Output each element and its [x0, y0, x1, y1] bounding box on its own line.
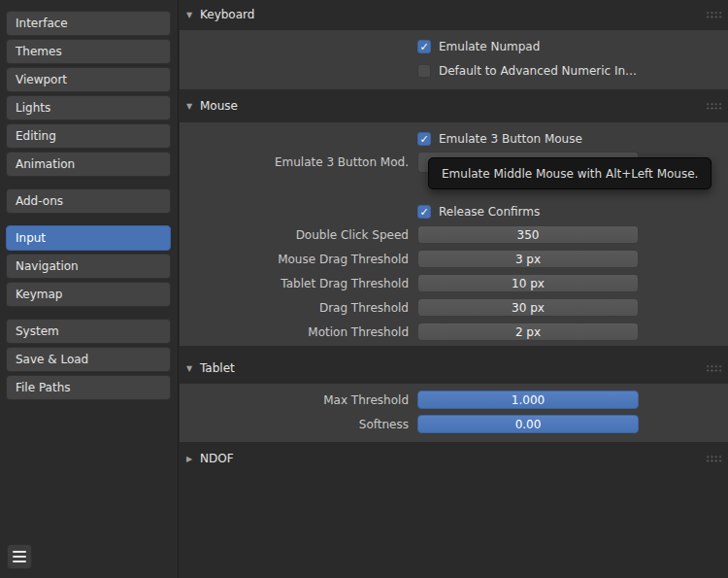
double-click-speed-row: Double Click Speed 350 — [180, 225, 728, 244]
tablet-drag-threshold-row: Tablet Drag Threshold 10 px — [180, 274, 728, 292]
panel-grip-icon[interactable] — [706, 455, 723, 462]
checkbox-label: Default to Advanced Numeric In… — [439, 64, 637, 78]
emulate-3-button-checkbox[interactable]: ✓ — [417, 132, 431, 146]
field-label: Double Click Speed — [180, 228, 409, 242]
section-header-ndof[interactable]: ▶ NDOF — [180, 449, 728, 468]
mouse-drag-threshold-field[interactable]: 3 px — [417, 250, 639, 268]
section-title: Tablet — [200, 361, 235, 375]
field-label: Softness — [180, 418, 409, 431]
sidebar-group-system: System Save & Load File Paths — [0, 319, 178, 400]
checkbox-label: Emulate 3 Button Mouse — [439, 132, 582, 146]
max-threshold-row: Max Threshold 1.000 — [180, 391, 728, 409]
check-icon: ✓ — [419, 207, 428, 218]
panel-grip-icon[interactable] — [706, 102, 723, 110]
check-icon: ✓ — [419, 134, 428, 145]
sidebar-item-themes[interactable]: Themes — [6, 39, 171, 64]
release-confirms-row: ✓ Release Confirms — [180, 202, 728, 221]
panel-grip-icon[interactable] — [706, 11, 723, 18]
field-value: 3 px — [515, 253, 541, 266]
section-title: NDOF — [200, 452, 234, 465]
sidebar-item-input[interactable]: Input — [6, 225, 171, 251]
sidebar: Interface Themes Viewport Lights Editing… — [0, 0, 179, 578]
sidebar-item-editing[interactable]: Editing — [6, 123, 171, 149]
field-label: Max Threshold — [180, 393, 409, 407]
field-value: 30 px — [512, 301, 545, 315]
tablet-panel: Max Threshold 1.000 Softness 0.00 — [180, 384, 728, 442]
sidebar-item-system[interactable]: System — [6, 319, 171, 344]
section-title: Keyboard — [200, 8, 254, 21]
sidebar-item-keymap[interactable]: Keymap — [6, 282, 171, 307]
chevron-down-icon: ▼ — [180, 364, 199, 373]
sidebar-item-addons[interactable]: Add-ons — [6, 188, 171, 214]
sidebar-item-navigation[interactable]: Navigation — [6, 254, 171, 279]
field-label: Tablet Drag Threshold — [180, 277, 409, 290]
sidebar-group-ui: Interface Themes Viewport Lights Editing… — [0, 11, 178, 177]
sidebar-item-interface[interactable]: Interface — [6, 11, 171, 36]
motion-threshold-field[interactable]: 2 px — [417, 323, 639, 341]
checkbox-label: Emulate Numpad — [439, 40, 540, 53]
release-confirms-checkbox[interactable]: ✓ — [417, 205, 431, 219]
advanced-numeric-row: Default to Advanced Numeric In… — [180, 61, 728, 81]
menu-toggle-button[interactable] — [7, 544, 32, 569]
sidebar-group-addons: Add-ons — [0, 188, 178, 214]
sidebar-item-viewport[interactable]: Viewport — [6, 67, 171, 92]
drag-threshold-field[interactable]: 30 px — [417, 298, 639, 317]
hamburger-icon — [13, 551, 26, 553]
chevron-down-icon: ▼ — [180, 11, 199, 19]
sidebar-item-animation[interactable]: Animation — [6, 152, 171, 177]
check-icon: ✓ — [419, 42, 428, 52]
emulate-numpad-checkbox[interactable]: ✓ — [417, 40, 431, 53]
motion-threshold-row: Motion Threshold 2 px — [180, 323, 728, 341]
chevron-right-icon: ▶ — [180, 455, 199, 463]
max-threshold-slider[interactable]: 1.000 — [417, 391, 639, 409]
tooltip-text: Emulate Middle Mouse with Alt+Left Mouse… — [442, 167, 698, 181]
emulate-numpad-row: ✓ Emulate Numpad — [180, 37, 728, 56]
tooltip: Emulate Middle Mouse with Alt+Left Mouse… — [428, 157, 711, 189]
sidebar-item-file-paths[interactable]: File Paths — [6, 375, 171, 400]
softness-slider[interactable]: 0.00 — [417, 415, 639, 433]
softness-row: Softness 0.00 — [180, 415, 728, 433]
emulate-3-button-row: ✓ Emulate 3 Button Mouse — [180, 129, 728, 149]
panel-grip-icon[interactable] — [706, 364, 723, 372]
keyboard-panel: ✓ Emulate Numpad Default to Advanced Num… — [180, 30, 728, 89]
drag-threshold-row: Drag Threshold 30 px — [180, 298, 728, 317]
mouse-drag-threshold-row: Mouse Drag Threshold 3 px — [180, 250, 728, 268]
advanced-numeric-checkbox[interactable] — [417, 64, 431, 78]
slider-value: 0.00 — [515, 418, 542, 431]
section-title: Mouse — [200, 99, 238, 113]
field-label: Emulate 3 Button Mod. — [180, 155, 409, 169]
field-label: Motion Threshold — [180, 325, 409, 339]
preferences-window: Interface Themes Viewport Lights Editing… — [0, 0, 728, 578]
sidebar-item-save-load[interactable]: Save & Load — [6, 347, 171, 372]
section-header-tablet[interactable]: ▼ Tablet — [180, 358, 728, 378]
field-value: 350 — [517, 228, 540, 242]
field-label: Mouse Drag Threshold — [180, 253, 409, 266]
field-value: 10 px — [512, 277, 545, 290]
sidebar-group-input: Input Navigation Keymap — [0, 225, 178, 307]
double-click-speed-field[interactable]: 350 — [417, 225, 639, 244]
checkbox-label: Release Confirms — [439, 205, 540, 219]
tablet-drag-threshold-field[interactable]: 10 px — [417, 274, 639, 292]
section-header-mouse[interactable]: ▼ Mouse — [180, 96, 728, 116]
mouse-panel: ✓ Emulate 3 Button Mouse Emulate 3 Butto… — [180, 122, 728, 346]
sidebar-item-lights[interactable]: Lights — [6, 95, 171, 120]
slider-value: 1.000 — [512, 393, 545, 407]
field-label: Drag Threshold — [180, 301, 409, 315]
field-value: 2 px — [515, 325, 541, 339]
chevron-down-icon: ▼ — [180, 102, 199, 111]
section-header-keyboard[interactable]: ▼ Keyboard — [180, 5, 728, 24]
